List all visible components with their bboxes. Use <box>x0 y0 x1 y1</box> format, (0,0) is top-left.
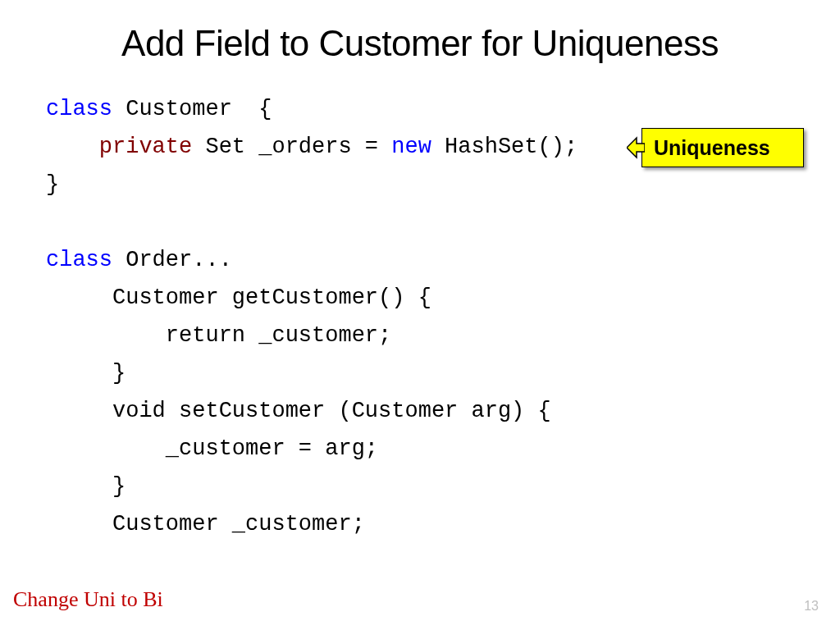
keyword-private: private <box>99 135 192 159</box>
svg-marker-0 <box>627 138 645 158</box>
code-text: Order... <box>112 248 232 272</box>
arrow-left-icon <box>627 136 645 159</box>
code-text <box>46 135 99 159</box>
code-text: return _customer; <box>46 323 391 348</box>
code-text: } <box>46 172 59 197</box>
callout-label: Uniqueness <box>654 136 770 160</box>
page-number: 13 <box>804 599 819 614</box>
code-text: void setCustomer (Customer arg) { <box>46 399 551 423</box>
code-text: Customer getCustomer() { <box>46 285 431 310</box>
code-text: = <box>352 135 392 159</box>
uniqueness-callout: Uniqueness <box>641 128 804 167</box>
code-text: } <box>46 474 126 499</box>
code-text: Set <box>192 135 258 159</box>
keyword-class: class <box>46 248 112 272</box>
code-listing: class Customer { private Set _orders = n… <box>46 90 578 543</box>
code-text: } <box>46 361 126 386</box>
keyword-new: new <box>391 135 431 159</box>
slide-title: Add Field to Customer for Uniqueness <box>0 23 840 64</box>
code-text: Customer _customer; <box>46 512 365 536</box>
code-text: _orders <box>258 135 351 159</box>
code-text: Customer { <box>112 97 272 121</box>
footer-note: Change Uni to Bi <box>13 587 163 612</box>
callout-box: Uniqueness <box>641 128 804 167</box>
keyword-class: class <box>46 97 112 121</box>
code-text: _customer = arg; <box>46 436 378 461</box>
code-text: HashSet(); <box>431 135 578 159</box>
